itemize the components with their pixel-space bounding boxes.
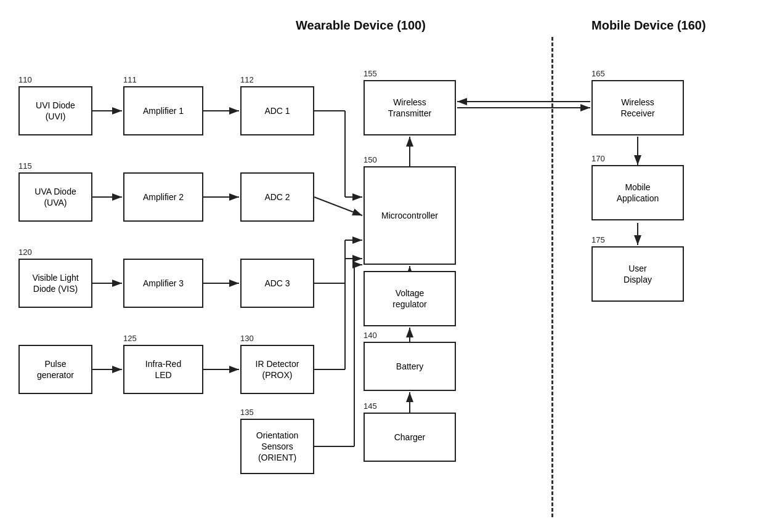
label-amp1: 111 <box>123 75 137 84</box>
label-orient: 135 <box>240 408 254 417</box>
block-vreg: Voltageregulator <box>364 271 456 326</box>
block-user-display: UserDisplay <box>591 246 684 302</box>
label-mobile-app: 170 <box>591 154 605 163</box>
label-wireless-rx: 165 <box>591 69 605 78</box>
label-wireless-tx: 155 <box>364 69 377 78</box>
label-irled: 125 <box>123 334 137 343</box>
block-uvi: UVI Diode(UVI) <box>18 86 92 135</box>
label-battery: 140 <box>364 331 377 340</box>
label-adc1: 112 <box>240 75 254 84</box>
block-amp2: Amplifier 2 <box>123 172 203 222</box>
mobile-title: Mobile Device (160) <box>591 18 706 33</box>
block-irdet: IR Detector(PROX) <box>240 345 314 394</box>
block-battery: Battery <box>364 342 456 391</box>
label-uvi: 110 <box>18 75 32 84</box>
block-adc3: ADC 3 <box>240 259 314 308</box>
label-micro: 150 <box>364 155 377 164</box>
divider-line <box>551 37 553 517</box>
block-vis: Visible LightDiode (VIS) <box>18 259 92 308</box>
label-vis: 120 <box>18 248 32 257</box>
block-wireless-rx: WirelessReceiver <box>591 80 684 135</box>
svg-line-8 <box>314 197 362 216</box>
block-mobile-app: MobileApplication <box>591 165 684 220</box>
block-wireless-tx: WirelessTransmitter <box>364 80 456 135</box>
block-orient: OrientationSensors(ORIENT) <box>240 419 314 474</box>
label-user-display: 175 <box>591 235 605 244</box>
wearable-title: Wearable Device (100) <box>296 18 426 33</box>
block-amp3: Amplifier 3 <box>123 259 203 308</box>
block-charger: Charger <box>364 413 456 462</box>
block-amp1: Amplifier 1 <box>123 86 203 135</box>
block-adc2: ADC 2 <box>240 172 314 222</box>
block-adc1: ADC 1 <box>240 86 314 135</box>
label-irdet: 130 <box>240 334 254 343</box>
block-pulse: Pulsegenerator <box>18 345 92 394</box>
label-uva: 115 <box>18 161 32 171</box>
block-uva: UVA Diode(UVA) <box>18 172 92 222</box>
diagram: Wearable Device (100) Mobile Device (160… <box>0 0 764 532</box>
block-micro: Microcontroller <box>364 166 456 265</box>
label-charger: 145 <box>364 401 377 411</box>
block-irled: Infra-RedLED <box>123 345 203 394</box>
